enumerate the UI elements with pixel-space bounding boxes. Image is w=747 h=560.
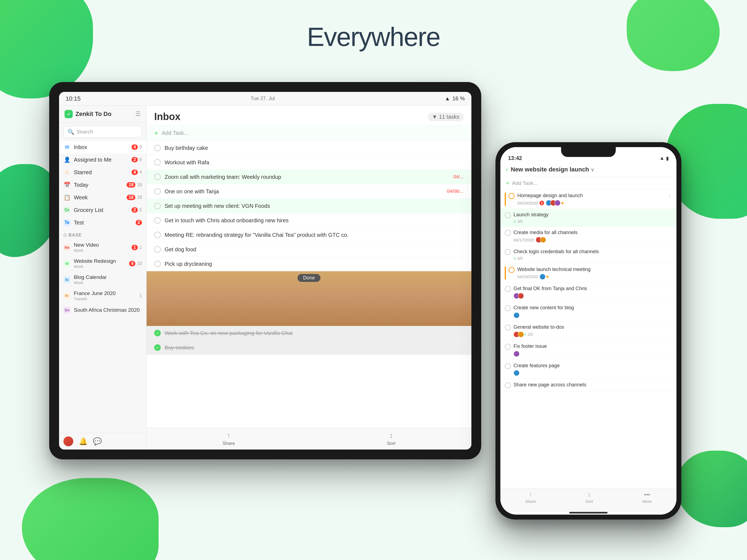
search-placeholder: Search bbox=[77, 129, 93, 135]
avatar bbox=[540, 237, 546, 243]
tab-share[interactable]: ↑ Share bbox=[223, 431, 235, 446]
sidebar-item-test[interactable]: Te Test 2 bbox=[59, 216, 146, 229]
sidebar-item-today[interactable]: 📅 Today 18 18 bbox=[59, 179, 146, 191]
list-item[interactable]: General website to-dos ≡ 0/2 bbox=[500, 321, 676, 340]
tablet-screen: 10:15 Tue 27. Jul ▲ 16 % ✓ Zenkit To Do … bbox=[59, 92, 471, 450]
task-avatars bbox=[539, 274, 544, 280]
back-button[interactable]: ‹ bbox=[506, 166, 508, 173]
list-item[interactable]: Create new content for blog bbox=[500, 302, 676, 321]
inbox-badge-gray: 9 bbox=[139, 145, 142, 150]
options-icon[interactable]: ⋮ bbox=[667, 193, 672, 199]
task-text: Buy birthday cake bbox=[164, 145, 464, 151]
table-row[interactable]: Workout with Rafa bbox=[147, 155, 471, 170]
more-icon: ••• bbox=[644, 491, 650, 498]
add-task-placeholder: Add Task... bbox=[162, 130, 189, 136]
table-row[interactable]: ✓ Work with Tea Co. on new packaging for… bbox=[147, 326, 471, 340]
task-meta bbox=[514, 293, 672, 299]
phone-header: ‹ New website design launch ∨ bbox=[500, 163, 676, 177]
table-row[interactable]: Zoom call with marketing team: Weekly ro… bbox=[147, 170, 471, 184]
list-item[interactable]: Get final OK from Tanja and Chris bbox=[500, 283, 676, 302]
share-icon: ↑ bbox=[227, 431, 231, 440]
sidebar-header: ✓ Zenkit To Do ☰ bbox=[59, 105, 146, 123]
page-title: Everywhere bbox=[0, 22, 747, 52]
phone-task-list: Homepage design and launch 04/20/2020 1 … bbox=[500, 190, 676, 488]
tab-share[interactable]: ↑ Share bbox=[525, 491, 536, 504]
task-circle bbox=[509, 267, 515, 273]
task-text: Get in touch with Chris about onboarding… bbox=[164, 218, 464, 224]
search-bar[interactable]: 🔍 Search bbox=[63, 126, 142, 137]
table-row[interactable]: Pick up drycleaning bbox=[147, 257, 471, 271]
bg-blob-bottom-left bbox=[22, 478, 159, 560]
task-meta bbox=[514, 312, 672, 318]
user-avatar bbox=[63, 436, 73, 446]
week-icon: 📋 bbox=[63, 194, 71, 201]
today-icon: 📅 bbox=[63, 181, 71, 188]
battery-icon: ▮ bbox=[666, 155, 669, 161]
notifications-icon[interactable]: 🔔 bbox=[79, 437, 87, 446]
africa-icon: So bbox=[63, 307, 71, 314]
table-row[interactable]: Set up meeting with new client: VGN Food… bbox=[147, 199, 471, 213]
sidebar-item-week[interactable]: 📋 Week 18 18 bbox=[59, 191, 146, 204]
sidebar-label-test: Test bbox=[74, 220, 132, 226]
test-icon: Te bbox=[63, 219, 71, 226]
task-avatars bbox=[536, 237, 544, 243]
sidebar-item-grocery[interactable]: Gr Grocery List 2 5 bbox=[59, 204, 146, 216]
list-item[interactable]: Homepage design and launch 04/20/2020 1 … bbox=[500, 190, 676, 209]
phone-add-task[interactable]: + Add Task... bbox=[500, 177, 676, 190]
table-row[interactable]: Get in touch with Chris about onboarding… bbox=[147, 213, 471, 228]
comments-icon[interactable]: 💬 bbox=[93, 437, 102, 446]
sidebar-label-assigned: Assigned to Me bbox=[74, 157, 128, 163]
tablet-device: 10:15 Tue 27. Jul ▲ 16 % ✓ Zenkit To Do … bbox=[49, 82, 481, 459]
main-header: Inbox ▼ 11 tasks bbox=[147, 105, 471, 126]
sidebar-item-website[interactable]: W Website Redesign Work 4 10 bbox=[59, 255, 146, 272]
list-item[interactable]: Launch strategy ≡ 3/5 bbox=[500, 209, 676, 226]
tablet-sidebar: ✓ Zenkit To Do ☰ 🔍 Search ✉ Inbox bbox=[59, 105, 147, 450]
list-item[interactable]: Create features page bbox=[500, 360, 676, 379]
sidebar-item-africa[interactable]: So South Africa Christmas 2020 bbox=[59, 304, 146, 316]
project-sublabel-new-video: Work bbox=[74, 248, 128, 253]
avatar bbox=[539, 274, 545, 280]
orange-priority-bar bbox=[505, 266, 506, 280]
task-meta: 04/16/2020 ★ bbox=[517, 274, 672, 280]
sidebar-item-inbox[interactable]: ✉ Inbox 4 9 bbox=[59, 141, 146, 153]
task-avatars bbox=[514, 293, 522, 299]
task-title: Share new page across channels bbox=[514, 382, 672, 388]
section-base-label: ⬡ BASE bbox=[59, 229, 146, 239]
today-badges: 18 18 bbox=[127, 182, 142, 187]
done-button[interactable]: Done bbox=[298, 274, 320, 282]
menu-icon[interactable]: ☰ bbox=[135, 110, 141, 118]
sidebar-item-assigned[interactable]: 👤 Assigned to Me 2 6 bbox=[59, 153, 146, 166]
list-item[interactable]: Create media for all channels 04/17/2020 bbox=[500, 227, 676, 246]
task-content: Fix footer issue bbox=[514, 343, 672, 357]
table-row[interactable]: ✓ Buy cookies bbox=[147, 340, 471, 355]
table-row[interactable]: Meeting RE: rebranding strategy for "Van… bbox=[147, 228, 471, 242]
task-meta: ≡ 3/5 bbox=[514, 219, 672, 224]
sidebar-item-blog[interactable]: Bi Blog Calendar Work bbox=[59, 272, 146, 288]
list-item[interactable]: Fix footer issue bbox=[500, 340, 676, 360]
assigned-badges: 2 6 bbox=[131, 157, 142, 162]
task-avatars bbox=[546, 200, 559, 206]
tab-sort[interactable]: ↕ Sort bbox=[387, 431, 395, 446]
tab-sort[interactable]: ↕ Sort bbox=[585, 491, 593, 504]
task-content: Homepage design and launch 04/20/2020 1 … bbox=[517, 193, 664, 206]
list-item[interactable]: Website launch technical meeting 04/16/2… bbox=[500, 263, 676, 283]
table-row[interactable]: Get dog food bbox=[147, 242, 471, 257]
france-icon: Fr bbox=[63, 292, 71, 299]
add-task-bar[interactable]: + Add Task... bbox=[147, 126, 471, 141]
sidebar-item-starred[interactable]: ☆ Starred 4 4 bbox=[59, 166, 146, 179]
tab-sort-label: Sort bbox=[387, 441, 395, 446]
task-circle bbox=[154, 145, 161, 151]
tablet-time: 10:15 bbox=[66, 95, 81, 102]
table-row[interactable]: One on one with Tanja 04/06/... bbox=[147, 184, 471, 199]
tab-more[interactable]: ••• More bbox=[642, 491, 651, 504]
sidebar-label-starred: Starred bbox=[74, 169, 128, 176]
home-indicator bbox=[569, 512, 608, 513]
sidebar-item-new-video[interactable]: Ne New Video Work 1 1 bbox=[59, 239, 146, 255]
task-count: 11 tasks bbox=[439, 114, 459, 120]
list-item[interactable]: Share new page across channels bbox=[500, 379, 676, 391]
list-item[interactable]: Check login credentials for all channels… bbox=[500, 246, 676, 263]
table-row[interactable]: Buy birthday cake bbox=[147, 141, 471, 155]
sidebar-item-france[interactable]: Fr France June 2020 Travels 1 bbox=[59, 288, 146, 304]
orange-priority-bar bbox=[505, 193, 506, 206]
app-name: Zenkit To Do bbox=[75, 110, 111, 118]
